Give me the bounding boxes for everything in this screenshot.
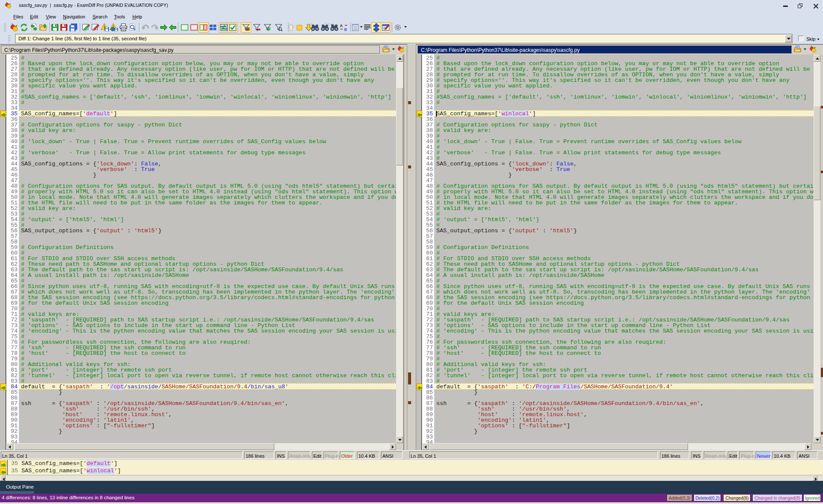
svg-text:B: B — [344, 27, 347, 32]
svg-text:A: A — [340, 24, 343, 28]
